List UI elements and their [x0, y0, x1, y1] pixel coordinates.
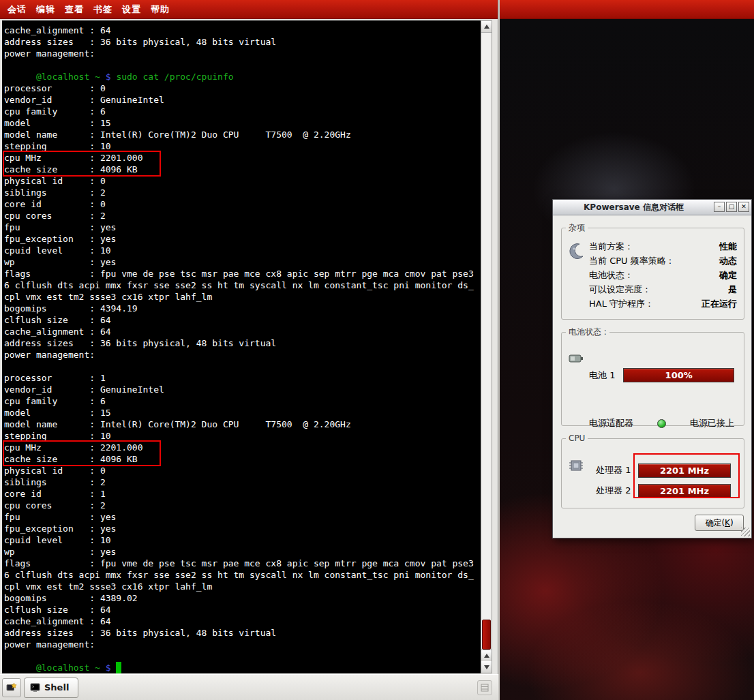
terminal-line: flags : fpu vme de pse tsc msr pae mce c… — [2, 268, 481, 279]
terminal-line: wp : yes — [2, 256, 481, 268]
terminal-line: model : 15 — [2, 117, 481, 129]
info-row: 电池状态 :确定 — [589, 268, 737, 282]
up-arrow-icon — [484, 25, 489, 29]
info-row: 可以设定亮度 :是 — [589, 282, 737, 296]
terminal-line: clflush size : 64 — [2, 604, 481, 615]
terminal-line: cpu cores : 2 — [2, 500, 481, 511]
terminal-line: processor : 1 — [2, 372, 481, 384]
session-list-button[interactable] — [477, 680, 492, 695]
terminal-line: power management: — [2, 48, 481, 59]
dialog-titlebar[interactable]: KPowersave 信息对话框 – □ ✕ — [553, 200, 751, 215]
terminal-line: siblings : 2 — [2, 187, 481, 198]
terminal-line: cpl vmx est tm2 ssse3 cx16 xtpr lahf_lm — [2, 291, 481, 303]
menu-item-5[interactable]: 设置 — [117, 0, 146, 18]
new-terminal-icon — [6, 682, 17, 693]
terminal-line: cpu family : 6 — [2, 106, 481, 117]
menu-item-6[interactable]: 帮助 — [146, 0, 175, 18]
terminal-line: cache size : 4096 KB — [2, 453, 481, 465]
terminal-line: bogomips : 4394.19 — [2, 303, 481, 314]
session-list-icon — [481, 684, 489, 692]
terminal-line — [2, 59, 481, 71]
terminal-line: cpu MHz : 2201.000 — [2, 152, 481, 164]
group-cpu: CPU 处理器 12201 MHz处理器 22201 MHz — [561, 433, 744, 508]
background-window-titlebar[interactable] — [500, 0, 754, 19]
menu-item-2[interactable]: 编辑 — [31, 0, 60, 18]
session-tab-bar: Shell — [0, 674, 498, 700]
terminal-line: physical id : 0 — [2, 175, 481, 187]
maximize-button[interactable]: □ — [726, 202, 737, 212]
ok-button[interactable]: 确定(K) — [695, 515, 744, 531]
adapter-status: 电源已接上 — [690, 417, 734, 429]
menu-item-1[interactable]: 会话 — [3, 0, 31, 18]
misc-info-list: 当前方案 :性能当前 CPU 频率策略 :动态电池状态 :确定可以设定亮度 :是… — [589, 239, 737, 311]
cpu-frequency-bar: 2201 MHz — [638, 484, 731, 498]
terminal-scrollbar[interactable] — [481, 20, 492, 673]
terminal-line: power management: — [2, 639, 481, 650]
terminal-line: power management: — [2, 349, 481, 361]
group-battery: 电池状态 : 电池 1 100% 电源适配器 电源已接上 — [561, 326, 744, 426]
terminal-prompt-line: @localhost ~ $ sudo cat /proc/cpuinfo — [2, 71, 481, 82]
tab-shell[interactable]: Shell — [24, 678, 78, 698]
terminal-line: cpu MHz : 2201.000 — [2, 442, 481, 453]
terminal-cursor — [116, 662, 121, 673]
terminal-output[interactable]: cache_alignment : 64address sizes : 36 b… — [2, 20, 481, 673]
terminal-line — [2, 650, 481, 662]
cpu-frequency-bar: 2201 MHz — [638, 463, 731, 478]
terminal-line: cpu family : 6 — [2, 395, 481, 407]
terminal-line: cache_alignment : 64 — [2, 615, 481, 627]
adapter-label: 电源适配器 — [589, 417, 633, 429]
terminal-line: cpuid level : 10 — [2, 245, 481, 256]
terminal-icon — [30, 683, 40, 693]
terminal-line: fpu_exception : yes — [2, 523, 481, 534]
terminal-line: model : 15 — [2, 407, 481, 419]
terminal-line: processor : 0 — [2, 82, 481, 94]
ac-power-led-icon — [657, 419, 666, 428]
terminal-line: vendor_id : GenuineIntel — [2, 94, 481, 106]
terminal-line: physical id : 0 — [2, 465, 481, 476]
ok-label: 确定( — [705, 518, 725, 528]
group-misc: 杂项 当前方案 :性能当前 CPU 频率策略 :动态电池状态 :确定可以设定亮度… — [561, 222, 744, 320]
menu-item-4[interactable]: 书签 — [89, 0, 117, 18]
terminal-line: bogomips : 4389.02 — [2, 592, 481, 604]
menu-item-3[interactable]: 查看 — [60, 0, 89, 18]
terminal-line: cpu cores : 2 — [2, 210, 481, 222]
terminal-line: cpl vmx est tm2 ssse3 cx16 xtpr lahf_lm — [2, 581, 481, 592]
terminal-line: stepping : 10 — [2, 140, 481, 152]
terminal-line: model name : Intel(R) Core(TM)2 Duo CPU … — [2, 419, 481, 430]
scroll-down-button[interactable] — [481, 661, 492, 673]
terminal-line: cpuid level : 10 — [2, 534, 481, 546]
kpowersave-dialog: KPowersave 信息对话框 – □ ✕ 杂项 当前方案 :性能当前 CPU… — [552, 199, 752, 538]
resize-grip[interactable] — [741, 528, 750, 536]
scroll-up-button[interactable] — [481, 21, 492, 33]
screen: 会话编辑查看书签设置帮助 cache_alignment : 64address… — [0, 0, 754, 700]
processor-chip-icon — [567, 457, 585, 477]
scroll-up-button-bottom[interactable] — [481, 650, 492, 662]
terminal-lines: cache_alignment : 64address sizes : 36 b… — [2, 25, 481, 673]
battery-percent: 100% — [665, 370, 693, 380]
terminal-line: stepping : 10 — [2, 430, 481, 442]
new-session-button[interactable] — [2, 678, 21, 697]
group-cpu-legend: CPU — [566, 433, 588, 443]
minimize-button[interactable]: – — [714, 202, 725, 212]
terminal-line: 6 clflush dts acpi mmx fxsr sse sse2 ss … — [2, 279, 481, 291]
terminal-line: cache size : 4096 KB — [2, 164, 481, 175]
adapter-row: 电源适配器 电源已接上 — [589, 417, 734, 429]
group-battery-legend: 电池状态 : — [566, 326, 609, 338]
terminal-line: 6 clflush dts acpi mmx fxsr sse sse2 ss … — [2, 569, 481, 581]
close-button[interactable]: ✕ — [738, 202, 749, 212]
cpu-row: 处理器 22201 MHz — [596, 483, 731, 499]
terminal-line: core id : 0 — [2, 198, 481, 210]
tab-shell-label: Shell — [44, 682, 69, 693]
down-arrow-icon — [484, 665, 489, 669]
window-buttons: – □ ✕ — [714, 202, 749, 212]
scrollbar-thumb[interactable] — [482, 620, 491, 650]
cpu-frequency-list: 处理器 12201 MHz处理器 22201 MHz — [596, 462, 731, 503]
terminal-line: core id : 1 — [2, 488, 481, 500]
cpu-row: 处理器 12201 MHz — [596, 462, 731, 478]
ok-accel-key: K — [725, 518, 730, 528]
group-misc-legend: 杂项 — [566, 222, 588, 234]
terminal-line: cache_alignment : 64 — [2, 25, 481, 36]
battery-icon — [567, 349, 585, 369]
terminal-line: siblings : 2 — [2, 476, 481, 488]
terminal-prompt-line: @localhost ~ $ — [2, 662, 481, 673]
